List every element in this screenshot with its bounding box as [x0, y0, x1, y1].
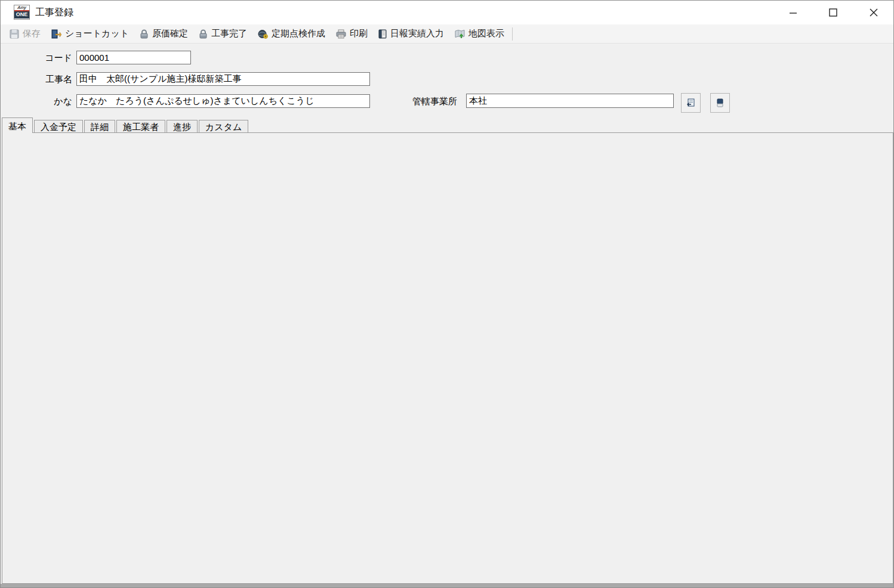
save-icon: [10, 29, 19, 39]
printer-icon: [336, 29, 346, 39]
map-display-button[interactable]: 地図表示: [449, 26, 510, 42]
anyone-logo: Any ONE: [14, 5, 30, 20]
title-bar: Any ONE 工事登録: [1, 1, 893, 24]
kana-label: かな: [1, 94, 72, 108]
save-button[interactable]: 保存: [4, 26, 46, 42]
construction-registration-window: Any ONE 工事登録 保存 ショートカット 原価確定 工事完了: [0, 0, 894, 588]
logo-bottom-text: ONE: [14, 11, 29, 18]
cost-confirm-button[interactable]: 原価確定: [134, 26, 193, 42]
minimize-icon: [789, 8, 797, 17]
daily-report-icon: [378, 29, 387, 39]
logo-top-text: Any: [14, 5, 29, 11]
code-input[interactable]: [76, 51, 191, 64]
lock-icon: [140, 29, 149, 39]
minimize-button[interactable]: [779, 3, 807, 22]
construction-name-label: 工事名: [1, 72, 72, 86]
office-input[interactable]: [466, 94, 674, 108]
tab-progress[interactable]: 進捗: [167, 120, 198, 133]
window-title: 工事登録: [35, 7, 73, 19]
toolbar-item-label: 定期点検作成: [272, 28, 325, 39]
office-label: 管轄事業所: [386, 94, 457, 108]
close-button[interactable]: [860, 3, 887, 22]
code-label: コード: [1, 51, 72, 64]
periodic-inspection-button[interactable]: 定期点検作成: [252, 26, 331, 42]
toolbar-item-label: ショートカット: [65, 28, 129, 39]
toolbar-item-label: 日報実績入力: [390, 28, 444, 39]
tab-strip: 基本 入金予定 詳細 施工業者 進捗 カスタム: [2, 117, 249, 133]
tab-custom[interactable]: カスタム: [199, 120, 248, 133]
kana-input[interactable]: [76, 94, 370, 108]
toolbar-item-label: 地図表示: [468, 28, 504, 39]
periodic-inspection-icon: [258, 29, 268, 39]
shortcut-icon: [51, 29, 61, 39]
document-arrow-icon: [686, 98, 695, 107]
construction-complete-button[interactable]: 工事完了: [193, 26, 252, 42]
maximize-icon: [828, 8, 838, 17]
toolbar-item-label: 印刷: [350, 28, 368, 39]
toolbar-item-label: 保存: [23, 28, 41, 39]
construction-name-input[interactable]: [76, 72, 370, 86]
tab-deposit-schedule[interactable]: 入金予定: [34, 120, 83, 133]
office-clear-button[interactable]: [710, 93, 730, 113]
tab-details[interactable]: 詳細: [84, 120, 115, 133]
shortcut-button[interactable]: ショートカット: [46, 26, 134, 42]
eraser-icon: [716, 98, 724, 107]
window-bottom-edge: [1, 584, 893, 587]
office-lookup-button[interactable]: [681, 93, 701, 113]
toolbar: 保存 ショートカット 原価確定 工事完了 定期点検作成 印刷 日報実績入力 地: [1, 24, 893, 44]
lock-icon: [199, 29, 208, 39]
map-icon: [455, 29, 465, 39]
toolbar-item-label: 工事完了: [211, 28, 247, 39]
toolbar-item-label: 原価確定: [152, 28, 188, 39]
maximize-button[interactable]: [819, 3, 847, 22]
daily-report-input-button[interactable]: 日報実績入力: [373, 26, 449, 42]
tab-basic[interactable]: 基本: [2, 117, 33, 133]
basic-tab-panel: [2, 132, 893, 584]
tab-contractors[interactable]: 施工業者: [116, 120, 165, 133]
toolbar-separator: [512, 27, 513, 41]
close-icon: [869, 8, 878, 17]
print-button[interactable]: 印刷: [331, 26, 373, 42]
